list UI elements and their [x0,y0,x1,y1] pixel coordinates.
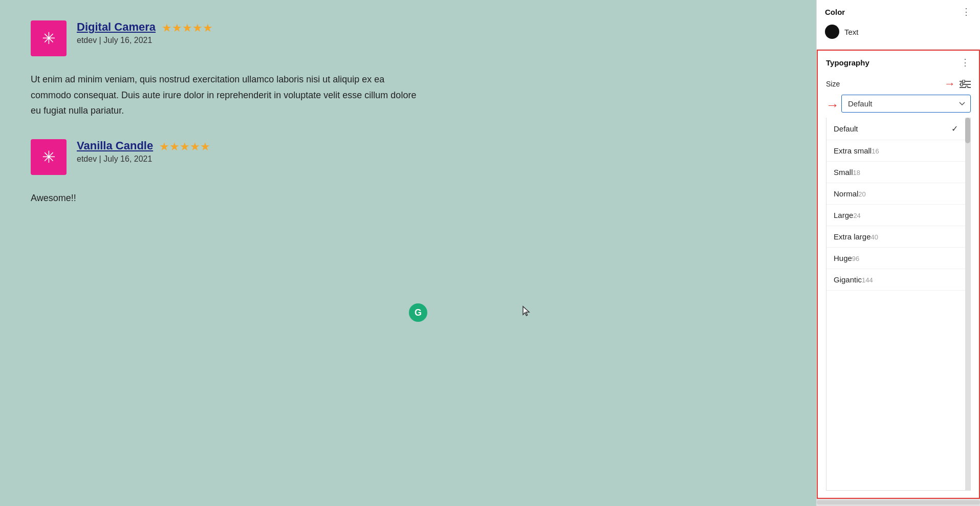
item-label-huge: Huge96 [834,254,859,262]
cursor-icon [522,305,531,317]
size-control-icons: → [944,77,971,91]
review-body-2: Awesome!! [31,190,420,206]
dropdown-open-list: Default ✓ Extra small16 Small18 Normal20 [826,118,971,491]
size-dropdown[interactable]: Default Extra small 16 Small 18 Normal 2… [841,95,971,113]
review-title-2: Vanilla Candle [77,139,153,152]
dropdown-item-default[interactable]: Default ✓ [826,118,965,140]
dropdown-item-small[interactable]: Small18 [826,162,965,183]
item-label-gigantic: Gigantic144 [834,275,873,284]
size-row: Size → [826,77,971,91]
typography-section: Typography ⋮ Size → → [817,50,980,499]
review-title-row-1: Digital Camera ★★★★★ [77,20,213,36]
review-author-1: etdev | July 16, 2021 [77,36,213,45]
right-panel: Color ⋮ Text Typography ⋮ Size → [816,0,980,506]
red-arrow-left-icon: → [826,97,839,113]
dropdown-item-extra-small[interactable]: Extra small16 [826,140,965,162]
item-label-small: Small18 [834,168,860,177]
svg-rect-1 [963,80,965,83]
dropdown-row: → Default Extra small 16 Small 18 Normal… [826,95,971,116]
color-dot-text [825,25,839,39]
main-content: ✳ Digital Camera ★★★★★ etdev | July 16, … [0,0,816,506]
color-label-text: Text [844,28,859,36]
review-author-2: etdev | July 16, 2021 [77,155,210,164]
review-body-1: Ut enim ad minim veniam, quis nostrud ex… [31,72,420,119]
item-label-extra-small: Extra small16 [834,146,879,155]
review-title-1: Digital Camera [77,20,156,34]
checkmark-icon: ✓ [951,124,958,134]
red-arrow-right-icon: → [944,77,955,91]
avatar-star-icon: ✳ [42,29,56,48]
svg-rect-3 [961,83,963,86]
review-meta-2: Vanilla Candle ★★★★★ etdev | July 16, 20… [77,139,210,164]
color-more-button[interactable]: ⋮ [961,7,972,16]
review-meta-1: Digital Camera ★★★★★ etdev | July 16, 20… [77,20,213,45]
svg-rect-5 [966,86,968,88]
color-section-header: Color ⋮ [825,7,972,16]
typography-section-title: Typography [826,58,869,67]
dropdown-item-extra-large[interactable]: Extra large40 [826,226,965,248]
review-title-row-2: Vanilla Candle ★★★★★ [77,139,210,155]
item-label-extra-large: Extra large40 [834,232,878,241]
bottom-scrollbar[interactable] [817,499,980,506]
item-label-default: Default [834,124,858,133]
color-section-title: Color [825,8,845,16]
bottom-scrollbar-track [817,500,980,504]
review-item: ✳ Digital Camera ★★★★★ etdev | July 16, … [31,20,786,56]
dropdown-list-content: Default ✓ Extra small16 Small18 Normal20 [826,118,965,490]
review-stars-1: ★★★★★ [162,21,213,35]
grammarly-icon: G [409,303,427,322]
typography-section-header: Typography ⋮ [826,58,971,67]
dropdown-item-large[interactable]: Large24 [826,205,965,226]
size-label: Size [826,80,840,88]
typography-more-button[interactable]: ⋮ [960,58,971,67]
scrollbar-thumb [965,118,970,143]
color-section: Color ⋮ Text [817,0,980,50]
dropdown-item-normal[interactable]: Normal20 [826,183,965,205]
sliders-icon [960,80,971,88]
avatar-star-icon-2: ✳ [42,147,56,167]
review-avatar-1: ✳ [31,20,67,56]
review-avatar-2: ✳ [31,139,67,175]
dropdown-item-gigantic[interactable]: Gigantic144 [826,269,965,291]
list-scrollbar[interactable] [965,118,970,490]
dropdown-item-huge[interactable]: Huge96 [826,248,965,269]
review-stars-2: ★★★★★ [159,140,210,153]
color-row-text: Text [825,21,972,42]
item-label-normal: Normal20 [834,189,866,198]
review-item-2: ✳ Vanilla Candle ★★★★★ etdev | July 16, … [31,139,786,175]
item-label-large: Large24 [834,211,861,219]
